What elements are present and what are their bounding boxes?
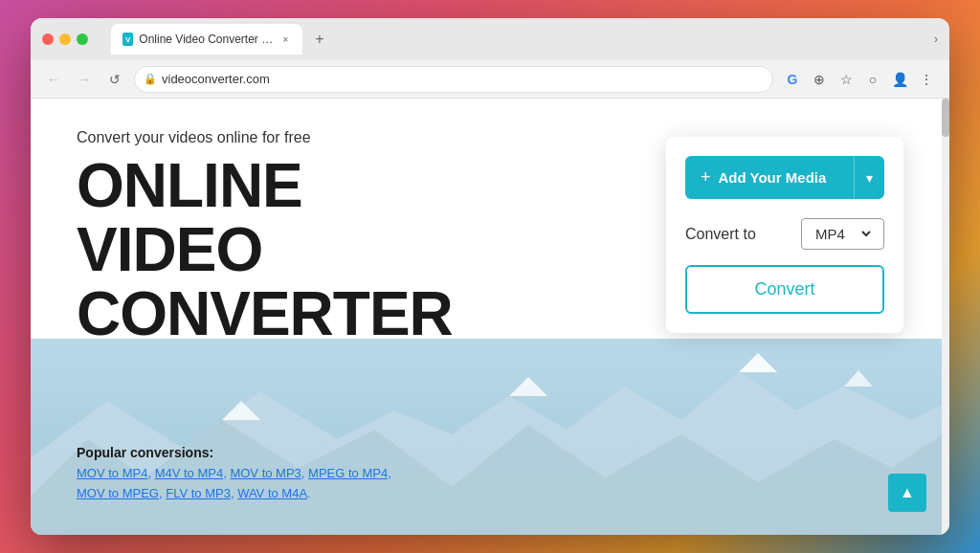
tab-bar: V Online Video Converter | Conv… × + › <box>111 24 938 55</box>
menu-icon[interactable]: ⋮ <box>915 68 938 91</box>
page-content: Convert your videos online for free ONLI… <box>31 99 949 535</box>
hero-title-line1: ONLINE <box>77 151 302 220</box>
add-media-row: + Add Your Media ▾ <box>685 156 884 199</box>
new-tab-button[interactable]: + <box>306 26 333 53</box>
close-window-button[interactable] <box>42 33 54 45</box>
add-media-label: Add Your Media <box>719 169 827 186</box>
forward-button[interactable]: → <box>73 68 96 91</box>
convert-to-row: Convert to MP4 MP3 AVI MOV MKV WMV FLV M… <box>685 218 884 250</box>
address-input-wrapper: 🔒 videoconverter.com <box>134 66 773 93</box>
chevron-down-icon: ▾ <box>866 170 873 186</box>
title-bar: V Online Video Converter | Conv… × + › <box>31 18 949 60</box>
popular-link-flv-mp3[interactable]: FLV to MP3 <box>166 486 231 500</box>
scroll-to-top-button[interactable]: ▲ <box>888 474 926 512</box>
lock-icon: 🔒 <box>144 73 157 85</box>
toolbar-actions: G ⊕ ☆ ○ 👤 ⋮ <box>781 68 938 91</box>
popular-link-m4v-mp4[interactable]: M4V to MP4 <box>155 466 224 480</box>
profile-icon[interactable]: 👤 <box>888 68 911 91</box>
google-search-icon[interactable]: G <box>781 68 804 91</box>
add-media-dropdown-button[interactable]: ▾ <box>854 156 884 199</box>
tab-list-chevron[interactable]: › <box>934 33 938 46</box>
tab-favicon: V <box>122 33 133 46</box>
tab-close-button[interactable]: × <box>280 33 291 46</box>
tab-title: Online Video Converter | Conv… <box>139 33 274 46</box>
format-select[interactable]: MP4 MP3 AVI MOV MKV WMV FLV MPEG M4V WAV… <box>812 225 874 243</box>
minimize-window-button[interactable] <box>59 33 71 45</box>
converter-widget: + Add Your Media ▾ Convert to MP4 MP3 AV… <box>666 137 903 333</box>
convert-to-label: Convert to <box>685 226 756 243</box>
cast-icon[interactable]: ○ <box>861 68 884 91</box>
back-button[interactable]: ← <box>42 68 65 91</box>
reload-button[interactable]: ↺ <box>103 68 126 91</box>
popular-link-mov-mp3[interactable]: MOV to MP3 <box>230 466 301 480</box>
browser-window: V Online Video Converter | Conv… × + › ←… <box>31 18 949 535</box>
hero-title-line2: VIDEO <box>77 215 262 284</box>
traffic-lights <box>42 33 88 45</box>
url-text: videoconverter.com <box>162 66 270 93</box>
active-tab[interactable]: V Online Video Converter | Conv… × <box>111 24 302 55</box>
maximize-window-button[interactable] <box>77 33 88 45</box>
popular-link-mov-mp4[interactable]: MOV to MP4 <box>77 466 147 480</box>
address-bar: ← → ↺ 🔒 videoconverter.com G ⊕ ☆ ○ 👤 ⋮ <box>31 60 949 99</box>
bookmark-icon[interactable]: ☆ <box>835 68 858 91</box>
hero-title-line3: CONVERTER <box>77 279 453 348</box>
popular-link-wav-m4a[interactable]: WAV to M4A <box>237 486 307 500</box>
add-media-button[interactable]: + Add Your Media <box>685 156 854 199</box>
popular-links: MOV to MP4, M4V to MP4, MOV to MP3, MPEG… <box>77 464 391 504</box>
popular-link-mov-mpeg[interactable]: MOV to MPEG <box>77 486 159 500</box>
shield-icon[interactable]: ⊕ <box>808 68 831 91</box>
popular-label: Popular conversions: <box>77 445 391 460</box>
format-select-wrapper[interactable]: MP4 MP3 AVI MOV MKV WMV FLV MPEG M4V WAV… <box>801 218 884 250</box>
popular-link-mpeg-mp4[interactable]: MPEG to MP4 <box>308 466 388 480</box>
address-bar-input[interactable]: videoconverter.com <box>134 66 773 93</box>
convert-button[interactable]: Convert <box>685 265 884 314</box>
plus-icon: + <box>701 167 711 188</box>
popular-section: Popular conversions: MOV to MP4, M4V to … <box>77 445 391 504</box>
